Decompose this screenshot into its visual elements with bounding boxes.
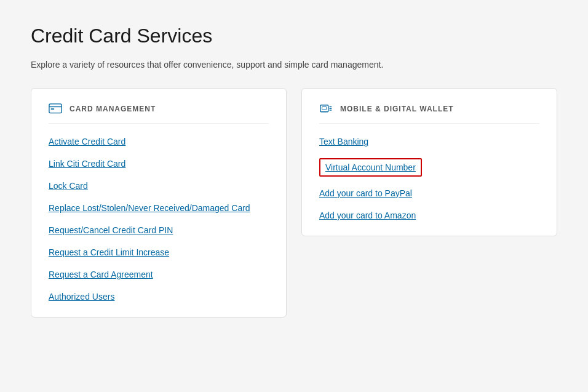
mobile-wallet-title: MOBILE & DIGITAL WALLET [340,105,454,113]
mobile-wallet-header: MOBILE & DIGITAL WALLET [319,103,539,124]
list-item: Virtual Account Number [319,158,539,177]
card-management-section: CARD MANAGEMENT Activate Credit Card Lin… [31,88,287,318]
add-to-amazon-link[interactable]: Add your card to Amazon [319,210,416,220]
request-cancel-pin-link[interactable]: Request/Cancel Credit Card PIN [49,225,173,235]
list-item: Add your card to Amazon [319,210,539,221]
card-management-title: CARD MANAGEMENT [70,105,156,113]
svg-rect-3 [320,105,328,112]
virtual-account-highlight: Virtual Account Number [319,158,422,177]
lock-card-link[interactable]: Lock Card [49,181,88,191]
list-item: Activate Credit Card [49,136,269,147]
card-management-icon [49,103,62,114]
list-item: Link Citi Credit Card [49,158,269,169]
mobile-wallet-links: Text Banking Virtual Account Number Add … [319,136,539,221]
page-subtitle: Explore a variety of resources that offe… [31,60,557,70]
svg-rect-2 [51,108,55,110]
cards-container: CARD MANAGEMENT Activate Credit Card Lin… [31,88,557,318]
svg-rect-0 [49,104,62,113]
list-item: Request/Cancel Credit Card PIN [49,225,269,236]
list-item: Request a Credit Limit Increase [49,247,269,258]
mobile-wallet-icon [319,103,333,114]
activate-credit-card-link[interactable]: Activate Credit Card [49,137,125,146]
link-citi-credit-card-link[interactable]: Link Citi Credit Card [49,159,125,169]
virtual-account-number-link[interactable]: Virtual Account Number [325,162,416,172]
card-management-header: CARD MANAGEMENT [49,103,269,124]
list-item: Request a Card Agreement [49,269,269,280]
svg-rect-4 [322,107,327,110]
page-title: Credit Card Services [31,25,557,47]
list-item: Add your card to PayPal [319,188,539,199]
card-agreement-link[interactable]: Request a Card Agreement [49,270,153,279]
mobile-wallet-section: MOBILE & DIGITAL WALLET Text Banking Vir… [301,88,557,236]
list-item: Replace Lost/Stolen/Never Received/Damag… [49,202,269,214]
replace-card-link[interactable]: Replace Lost/Stolen/Never Received/Damag… [49,203,250,213]
text-banking-link[interactable]: Text Banking [319,137,368,146]
authorized-users-link[interactable]: Authorized Users [49,292,114,302]
card-management-links: Activate Credit Card Link Citi Credit Ca… [49,136,269,302]
add-to-paypal-link[interactable]: Add your card to PayPal [319,188,412,198]
list-item: Authorized Users [49,291,269,302]
list-item: Lock Card [49,180,269,191]
credit-limit-increase-link[interactable]: Request a Credit Limit Increase [49,247,169,257]
list-item: Text Banking [319,136,539,147]
